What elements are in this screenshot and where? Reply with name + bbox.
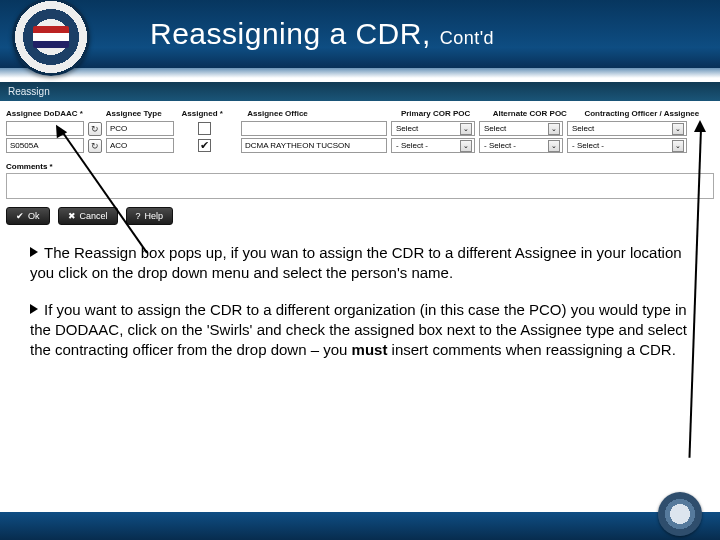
type-value-2: ACO: [106, 138, 174, 153]
primary-select-1-value: Select: [396, 124, 418, 133]
header-assigned: Assigned *: [182, 109, 244, 118]
primary-select-1[interactable]: Select⌄: [391, 121, 475, 136]
officer-select-2-value: - Select -: [572, 141, 604, 150]
office-value-2: DCMA RAYTHEON TUCSON: [241, 138, 387, 153]
type-value-1: PCO: [106, 121, 174, 136]
chevron-down-icon: ⌄: [460, 123, 472, 135]
instruction-bullets: The Reassign box pops up, if you wan to …: [0, 229, 720, 360]
primary-select-2[interactable]: - Select -⌄: [391, 138, 475, 153]
bullet-2-text-b: insert comments when reassigning a CDR.: [387, 341, 675, 358]
chevron-down-icon: ⌄: [548, 123, 560, 135]
cancel-icon: ✖: [68, 211, 76, 221]
column-headers: Assignee DoDAAC * Assignee Type Assigned…: [0, 105, 720, 120]
comments-label: Comments *: [0, 154, 720, 173]
slide-footer: [0, 512, 720, 540]
assigned-checkbox-2[interactable]: ✔: [198, 139, 211, 152]
reassign-panel-title: Reassign: [0, 82, 720, 101]
slide-title: Reassigning a CDR, Cont'd: [150, 17, 494, 51]
assignee-row-2: S0505A ↻ ACO ✔ DCMA RAYTHEON TUCSON - Se…: [0, 137, 720, 154]
header-dodaac: Assignee DoDAAC *: [6, 109, 102, 118]
chevron-down-icon: ⌄: [672, 140, 684, 152]
header-officer: Contracting Officer / Assignee: [584, 109, 714, 118]
officer-select-2[interactable]: - Select -⌄: [567, 138, 687, 153]
header-alternate: Alternate COR POC: [493, 109, 581, 118]
cancel-button[interactable]: ✖Cancel: [58, 207, 118, 225]
check-icon: ✔: [16, 211, 24, 221]
agency-seal-icon: [12, 0, 90, 76]
bullet-1-text: The Reassign box pops up, if you wan to …: [30, 244, 682, 281]
officer-select-1[interactable]: Select⌄: [567, 121, 687, 136]
dod-seal-icon: [658, 492, 702, 536]
header-type: Assignee Type: [106, 109, 178, 118]
alternate-select-1-value: Select: [484, 124, 506, 133]
help-icon: ?: [136, 211, 141, 221]
bullet-1: The Reassign box pops up, if you wan to …: [30, 243, 692, 284]
primary-select-2-value: - Select -: [396, 141, 428, 150]
ok-button[interactable]: ✔Ok: [6, 207, 50, 225]
header-shadow: [0, 68, 720, 78]
alternate-select-1[interactable]: Select⌄: [479, 121, 563, 136]
arrow-head-icon: [694, 120, 706, 132]
title-sub: Cont'd: [440, 28, 494, 48]
help-label: Help: [145, 211, 164, 221]
swirl-icon[interactable]: ↻: [88, 139, 102, 153]
slide-header: Reassigning a CDR, Cont'd: [0, 0, 720, 68]
alternate-select-2[interactable]: - Select -⌄: [479, 138, 563, 153]
bullet-2-bold: must: [352, 341, 388, 358]
swirl-icon[interactable]: ↻: [88, 122, 102, 136]
button-row: ✔Ok ✖Cancel ?Help: [0, 207, 720, 229]
bullet-icon: [30, 247, 38, 257]
assigned-checkbox-1[interactable]: [198, 122, 211, 135]
title-main: Reassigning a CDR,: [150, 17, 431, 50]
header-office: Assignee Office: [247, 109, 397, 118]
ok-label: Ok: [28, 211, 40, 221]
alternate-select-2-value: - Select -: [484, 141, 516, 150]
assignee-row-1: ↻ PCO Select⌄ Select⌄ Select⌄: [0, 120, 720, 137]
bullet-icon: [30, 304, 38, 314]
chevron-down-icon: ⌄: [672, 123, 684, 135]
help-button[interactable]: ?Help: [126, 207, 174, 225]
officer-select-1-value: Select: [572, 124, 594, 133]
bullet-2: If you want to assign the CDR to a diffe…: [30, 300, 692, 361]
office-value-1: [241, 121, 387, 136]
dodaac-input-1[interactable]: [6, 121, 84, 136]
reassign-form: Assignee DoDAAC * Assignee Type Assigned…: [0, 101, 720, 229]
comments-textarea[interactable]: [6, 173, 714, 199]
cancel-label: Cancel: [80, 211, 108, 221]
header-primary: Primary COR POC: [401, 109, 489, 118]
chevron-down-icon: ⌄: [548, 140, 560, 152]
chevron-down-icon: ⌄: [460, 140, 472, 152]
